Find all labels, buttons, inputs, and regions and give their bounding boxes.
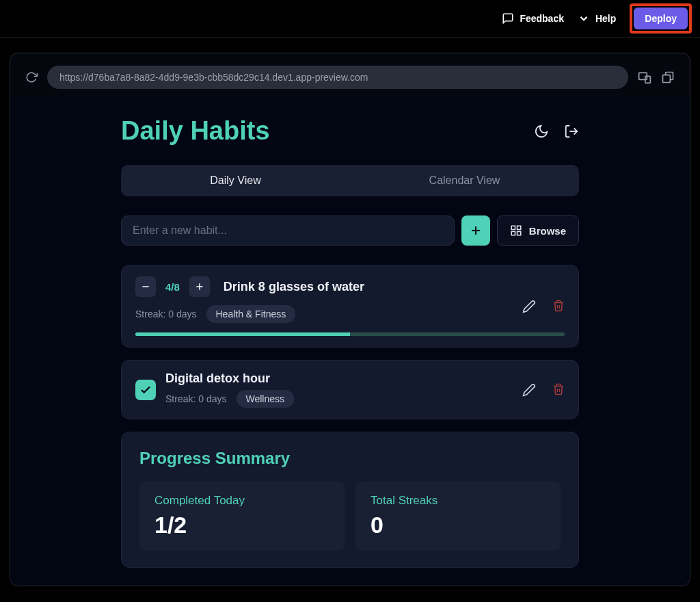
category-pill: Health & Fitness bbox=[206, 305, 296, 323]
streak-text: Streak: 0 days bbox=[165, 393, 227, 404]
decrement-button[interactable] bbox=[135, 276, 156, 297]
chat-icon bbox=[502, 12, 514, 25]
progress-fill bbox=[135, 332, 350, 336]
tab-calendar-view[interactable]: Calendar View bbox=[350, 165, 579, 196]
devices-icon[interactable] bbox=[638, 70, 651, 84]
chevron-down-icon bbox=[578, 12, 590, 25]
completed-label: Completed Today bbox=[154, 494, 329, 508]
browse-button[interactable]: Browse bbox=[497, 215, 579, 246]
tab-daily-view[interactable]: Daily View bbox=[121, 165, 350, 196]
new-habit-input[interactable] bbox=[121, 215, 455, 246]
streak-text: Streak: 0 days bbox=[135, 309, 197, 319]
top-toolbar: Feedback Help Deploy bbox=[0, 0, 700, 38]
reload-icon[interactable] bbox=[25, 71, 38, 83]
check-icon bbox=[139, 384, 152, 396]
svg-rect-8 bbox=[511, 232, 515, 235]
counter-value: 4/8 bbox=[165, 281, 180, 293]
svg-rect-7 bbox=[517, 226, 520, 229]
svg-rect-6 bbox=[511, 226, 515, 229]
habit-checkbox[interactable] bbox=[135, 380, 156, 400]
edit-icon[interactable] bbox=[522, 383, 536, 397]
progress-summary: Progress Summary Completed Today 1/2 Tot… bbox=[121, 432, 579, 568]
total-streaks-box: Total Streaks 0 bbox=[355, 482, 561, 551]
streaks-label: Total Streaks bbox=[371, 494, 546, 508]
edit-icon[interactable] bbox=[522, 300, 536, 313]
plus-icon bbox=[194, 281, 205, 292]
feedback-button[interactable]: Feedback bbox=[502, 12, 564, 25]
plus-icon bbox=[469, 224, 483, 237]
progress-bar bbox=[135, 332, 565, 336]
summary-title: Progress Summary bbox=[139, 449, 561, 468]
svg-rect-2 bbox=[663, 75, 671, 83]
habit-card: 4/8 Drink 8 glasses of water Streak: 0 d… bbox=[121, 265, 579, 348]
trash-icon[interactable] bbox=[552, 300, 565, 313]
trash-icon[interactable] bbox=[552, 383, 565, 397]
view-tabs: Daily View Calendar View bbox=[121, 165, 579, 196]
minus-icon bbox=[140, 281, 151, 292]
completed-value: 1/2 bbox=[154, 512, 329, 538]
add-habit-button[interactable] bbox=[461, 215, 490, 246]
url-bar-row: https://d76ba7a8-8a82-4dd9-9e3b-cbb58dc2… bbox=[10, 53, 690, 97]
app-header: Daily Habits bbox=[121, 116, 579, 146]
url-display[interactable]: https://d76ba7a8-8a82-4dd9-9e3b-cbb58dc2… bbox=[47, 66, 628, 89]
streaks-value: 0 bbox=[371, 512, 546, 538]
increment-button[interactable] bbox=[189, 276, 210, 297]
feedback-label: Feedback bbox=[520, 13, 564, 24]
svg-rect-9 bbox=[517, 232, 520, 235]
browse-label: Browse bbox=[529, 225, 566, 237]
deploy-button[interactable]: Deploy bbox=[634, 8, 688, 29]
grid-icon bbox=[510, 224, 522, 237]
help-label: Help bbox=[595, 13, 616, 24]
app-body: Daily Habits Daily View Calendar View bbox=[10, 97, 690, 586]
help-button[interactable]: Help bbox=[578, 12, 616, 25]
preview-frame: https://d76ba7a8-8a82-4dd9-9e3b-cbb58dc2… bbox=[10, 53, 690, 586]
expand-icon[interactable] bbox=[661, 70, 675, 84]
new-habit-row: Browse bbox=[121, 215, 579, 246]
category-pill: Wellness bbox=[237, 390, 295, 408]
completed-today-box: Completed Today 1/2 bbox=[139, 482, 345, 551]
logout-icon[interactable] bbox=[564, 124, 579, 139]
deploy-highlight: Deploy bbox=[630, 3, 692, 34]
habit-card: Digital detox hour Streak: 0 days Wellne… bbox=[121, 360, 579, 419]
page-title: Daily Habits bbox=[121, 116, 270, 146]
moon-icon[interactable] bbox=[534, 124, 549, 139]
habit-name: Digital detox hour bbox=[165, 371, 294, 386]
habit-name: Drink 8 glasses of water bbox=[224, 280, 364, 294]
